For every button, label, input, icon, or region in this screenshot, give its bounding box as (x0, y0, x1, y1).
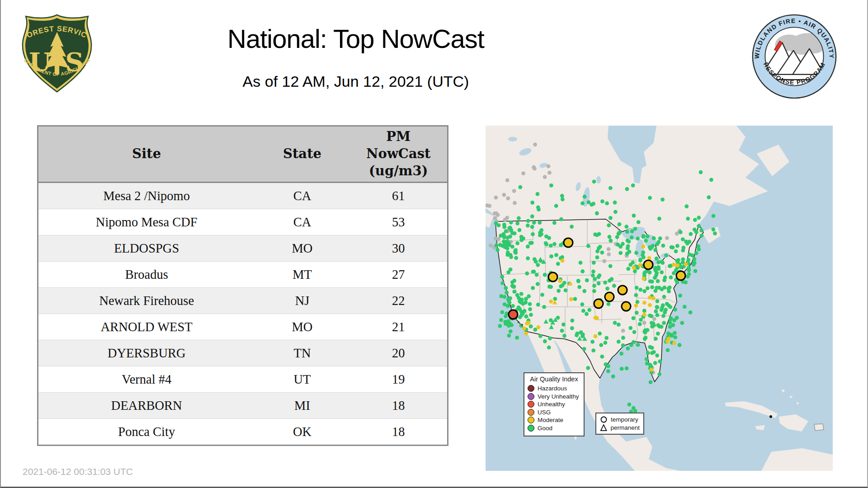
monitor-dot-temporary (502, 234, 506, 238)
monitor-dot-temporary (499, 318, 503, 322)
monitor-dot-temporary (675, 263, 679, 267)
monitor-dot-temporary (505, 178, 509, 182)
monitor-dot-temporary (699, 170, 703, 174)
top-site-marker-moderate (564, 238, 573, 247)
aqi-legend: Air Quality Index HazardousVery Unhealth… (524, 372, 585, 436)
monitor-dot-temporary (662, 295, 666, 299)
monitor-dot-temporary (530, 214, 534, 218)
monitor-dot-temporary (540, 293, 544, 297)
monitor-dot-temporary (684, 263, 688, 267)
monitor-dot-temporary (675, 316, 679, 320)
monitor-dot-temporary (592, 284, 596, 288)
monitor-dot-temporary (611, 375, 615, 379)
monitor-dot-temporary (644, 336, 648, 340)
monitor-dot-temporary (634, 304, 638, 308)
triangle-outline-icon (600, 424, 607, 432)
monitor-dot-temporary (549, 254, 553, 258)
monitor-dot-temporary (683, 305, 687, 309)
monitor-dot-temporary (645, 357, 649, 361)
monitor-dot-temporary (684, 280, 688, 284)
aqi-legend-label: Moderate (538, 417, 563, 423)
monitor-dot-temporary (607, 252, 611, 256)
monitor-dot-temporary (638, 288, 642, 292)
monitor-dot-temporary (562, 334, 566, 338)
monitor-dot-temporary (585, 278, 589, 282)
site-cell: ELDOSPGS (38, 235, 255, 262)
monitor-dot-temporary (712, 227, 716, 231)
monitor-dot-temporary (600, 251, 604, 255)
monitor-dot-temporary (660, 308, 664, 312)
monitor-dot-temporary (538, 334, 542, 338)
monitor-dot-temporary (648, 296, 652, 300)
monitor-dot-temporary (585, 312, 589, 316)
monitor-dot-temporary (636, 237, 640, 241)
monitor-dot-temporary (654, 289, 658, 293)
monitor-dot-temporary (505, 253, 509, 257)
monitor-dot-temporary (626, 244, 630, 248)
monitor-dot-temporary (661, 314, 665, 318)
monitor-dot-temporary (650, 324, 654, 328)
monitor-dot-temporary (498, 243, 502, 247)
monitor-dot-temporary (587, 308, 591, 312)
monitor-dot-temporary (580, 302, 585, 306)
table-row: ELDOSPGSMO30 (38, 235, 448, 262)
state-cell: MI (255, 393, 350, 419)
monitor-dot-temporary (543, 175, 547, 179)
monitor-dot-temporary (539, 232, 543, 236)
monitor-dot-temporary (686, 217, 690, 221)
site-cell: DYERSBURG (38, 340, 255, 366)
monitor-dot-temporary (528, 302, 532, 306)
monitor-dot-temporary (699, 228, 703, 232)
state-cell: CA (255, 209, 350, 235)
monitor-dot-temporary (597, 246, 601, 250)
monitor-dot-temporary (674, 268, 678, 272)
monitor-dot-temporary (494, 196, 498, 200)
monitor-dot-temporary (656, 267, 660, 271)
hazardous-swatch-icon (528, 385, 534, 392)
aqi-legend-item: Very Unhealthy (528, 393, 580, 400)
monitor-dot-temporary (509, 323, 514, 327)
monitor-dot-temporary (608, 235, 612, 239)
monitor-dot-temporary (707, 195, 711, 199)
monitor-dot-temporary (641, 250, 645, 254)
monitor-dot-temporary (559, 217, 563, 221)
monitor-dot-temporary (604, 341, 608, 345)
monitor-dot-temporary (612, 284, 616, 288)
monitor-type-item: temporary (600, 416, 640, 423)
monitor-dot-temporary (595, 316, 599, 320)
monitor-dot-temporary (681, 249, 685, 253)
monitor-dot-temporary (647, 256, 651, 260)
monitor-dot-temporary (518, 315, 522, 319)
monitor-dot-temporary (500, 310, 504, 314)
monitor-dot-temporary (660, 261, 665, 265)
monitor-dot-temporary (625, 187, 629, 191)
column-header: State (255, 126, 350, 183)
monitor-dot-temporary (653, 267, 657, 271)
monitor-dot-temporary (525, 272, 529, 276)
wfaqrp-logo: WILDLAND FIRE • AIR QUALITY RESPONSE PRO… (751, 14, 837, 99)
monitor-dot-temporary (658, 236, 662, 240)
monitor-dot-temporary (673, 308, 677, 312)
monitor-dot-temporary (634, 293, 638, 297)
monitor-dot-temporary (591, 348, 595, 352)
monitor-dot-temporary (697, 216, 701, 220)
monitor-dot-temporary (557, 289, 561, 293)
monitor-dot-temporary (689, 310, 693, 314)
small-marker-dot (521, 324, 523, 326)
monitor-dot-temporary (549, 244, 553, 248)
monitor-dot-temporary (632, 266, 636, 270)
monitor-dot-temporary (500, 281, 505, 285)
monitor-dot-temporary (636, 300, 640, 304)
monitor-dot-temporary (575, 332, 579, 336)
monitor-dot-temporary (587, 200, 591, 204)
aqi-legend-item: USG (528, 409, 580, 416)
monitor-dot-temporary (697, 224, 701, 228)
monitor-dot-temporary (593, 232, 597, 236)
monitor-dot-temporary (626, 239, 630, 243)
monitor-dot-temporary (524, 300, 528, 305)
small-marker-dot (769, 415, 772, 418)
monitor-dot-temporary (496, 213, 500, 217)
monitor-dot-temporary (600, 355, 604, 359)
monitor-dot-temporary (581, 309, 585, 313)
aqi-legend-item: Moderate (528, 417, 580, 423)
